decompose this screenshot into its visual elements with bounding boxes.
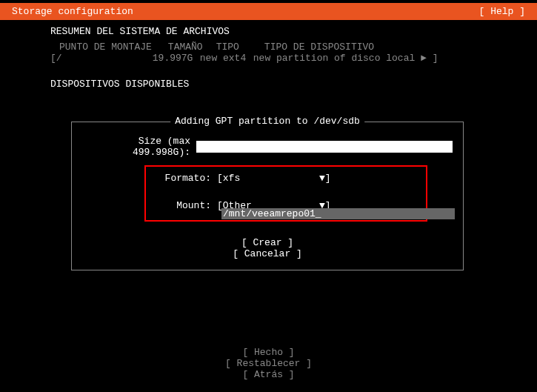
reset-button[interactable]: [ Restablecer ] [0, 358, 537, 369]
format-label: Formato: [150, 173, 217, 184]
size-label: Size (max 499.998G): [82, 136, 196, 158]
chevron-down-icon: ▼ [319, 173, 325, 184]
footer-actions: [ Hecho ] [ Restablecer ] [ Atrás ] [0, 347, 537, 380]
col-size: TAMAÑO [168, 41, 203, 53]
page-title: Storage configuration [6, 6, 133, 17]
filesystem-summary: RESUMEN DEL SISTEMA DE ARCHIVOS PUNTO DE… [0, 20, 537, 64]
row-type: new ext4 [200, 53, 253, 64]
header-bar: Storage configuration [ Help ] [0, 3, 537, 20]
format-value: xfs [223, 173, 240, 184]
available-devices: DISPOSITIVOS DISPONIBLES [0, 64, 537, 90]
create-button[interactable]: [ Crear ] [241, 237, 293, 248]
format-select[interactable]: [ xfs ▼ ] [217, 173, 331, 184]
row-mount: / [56, 53, 153, 64]
mount-label: Mount: [150, 200, 217, 211]
size-input[interactable] [196, 141, 453, 153]
col-mount: PUNTO DE MONTAJE [59, 41, 152, 53]
summary-title: RESUMEN DEL SISTEMA DE ARCHIVOS [50, 26, 487, 37]
back-button[interactable]: [ Atrás ] [0, 369, 537, 380]
format-row: Formato: [ xfs ▼ ] [150, 173, 421, 184]
size-row: Size (max 499.998G): [82, 136, 453, 158]
cancel-button[interactable]: [ Cancelar ] [233, 248, 302, 259]
row-bracket-close: ] [433, 53, 438, 64]
row-size: 19.997G [153, 53, 200, 64]
col-type: TIPO [216, 41, 239, 53]
dialog-actions: [ Crear ] [ Cancelar ] [82, 237, 453, 259]
table-row[interactable]: [ /19.997Gnew ext4new partition of disco… [50, 53, 487, 64]
row-devtype: new partition of disco local ► [253, 53, 433, 64]
col-devtype: TIPO DE DISPOSITIVO [264, 41, 374, 53]
help-button[interactable]: [ Help ] [479, 6, 531, 17]
devices-title: DISPOSITIVOS DISPONIBLES [50, 79, 487, 90]
summary-header: PUNTO DE MONTAJETAMAÑOTIPOTIPO DE DISPOS… [50, 41, 487, 53]
dialog-title: Adding GPT partition to /dev/sdb [170, 116, 364, 127]
partition-dialog: Adding GPT partition to /dev/sdb Size (m… [71, 122, 464, 270]
mount-path-input[interactable]: /mnt/veeamrepo01_ [221, 208, 455, 219]
done-button[interactable]: [ Hecho ] [0, 347, 537, 358]
row-bracket-open: [ [50, 53, 56, 64]
